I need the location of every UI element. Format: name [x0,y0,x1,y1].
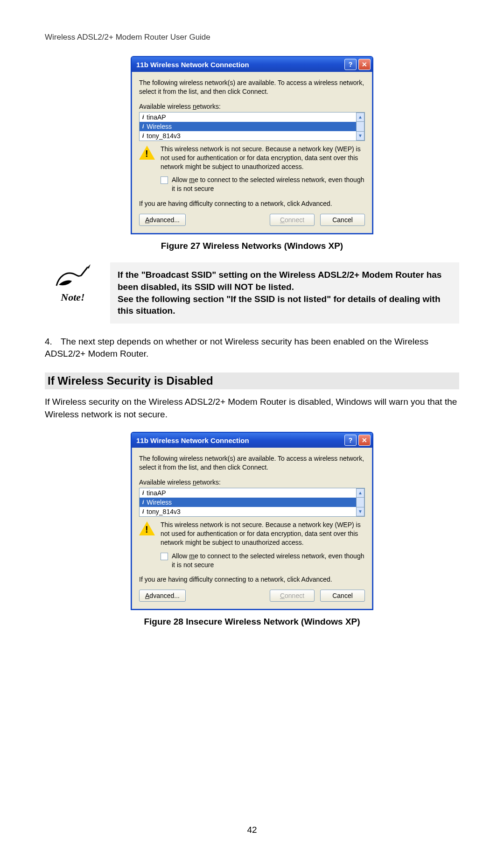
scroll-down-icon[interactable]: ▼ [356,131,364,141]
section-body: If Wireless security on the Wireless ADS… [45,396,459,421]
allow-label: Allow me to connect to the selected wire… [172,552,365,570]
list-item[interactable]: i tinaAP [140,113,356,122]
warning-icon [139,520,155,536]
scroll-up-icon[interactable]: ▲ [356,113,364,122]
list-item-label: tony_814v3 [147,508,180,515]
signal-icon: i [142,490,144,496]
cancel-button[interactable]: Cancel [320,590,365,602]
scroll-down-icon[interactable]: ▼ [356,507,364,516]
allow-label: Allow me to connect to the selected wire… [172,176,365,193]
list-item-label: Wireless [147,499,172,506]
allow-checkbox[interactable] [161,176,168,184]
warning-text: This wireless network is not secure. Bec… [161,520,365,547]
list-item-label: tinaAP [147,489,166,497]
scroll-thumb[interactable] [356,498,364,507]
close-button[interactable]: ✕ [358,59,371,70]
help-button[interactable]: ? [344,59,357,70]
note-block: Note! If the "Broadcast SSID" setting on… [45,262,459,324]
dialog-1: 11b Wireless Network Connection ? ✕ The … [131,56,373,234]
warning-icon [139,145,155,161]
allow-checkbox[interactable] [161,553,168,560]
note-label: Note! [45,291,101,303]
close-button[interactable]: ✕ [358,435,371,446]
figure-28-caption: Figure 28 Insecure Wireless Network (Win… [45,617,459,627]
scroll-thumb[interactable] [356,122,364,131]
note-text: If the "Broadcast SSID" setting on the W… [110,262,459,324]
dialog-intro: The following wireless network(s) are av… [139,78,365,96]
dialog-intro: The following wireless network(s) are av… [139,454,365,472]
signal-icon: i [142,133,144,139]
section-heading: If Wireless Security is Disabled [45,373,459,389]
scrollbar[interactable]: ▲ ▼ [356,488,364,516]
advanced-button[interactable]: Advanced... [139,214,186,226]
difficulty-text: If you are having difficulty connecting … [139,200,365,207]
advanced-button[interactable]: Advanced... [139,590,186,602]
signal-icon: i [142,123,144,130]
connect-button[interactable]: Connect [270,590,315,602]
available-label: Available wireless networks: [139,478,365,486]
figure-27-caption: Figure 27 Wireless Networks (Windows XP) [45,241,459,251]
list-item[interactable]: i Wireless [140,498,356,507]
signal-icon: i [142,499,144,506]
list-item[interactable]: i tony_814v3 [140,131,356,141]
doc-header: Wireless ADSL2/2+ Modem Router User Guid… [45,33,459,42]
dialog-2: 11b Wireless Network Connection ? ✕ The … [131,432,373,610]
scroll-up-icon[interactable]: ▲ [356,488,364,498]
available-label: Available wireless networks: [139,103,365,110]
dialog-title: 11b Wireless Network Connection [136,61,249,69]
titlebar: 11b Wireless Network Connection ? ✕ [132,57,372,72]
list-item-label: tinaAP [147,113,166,121]
step-number: 4. [45,336,61,348]
dialog-title: 11b Wireless Network Connection [136,436,249,444]
signal-icon: i [142,114,144,120]
step-4: 4.The next step depends on whether or no… [45,336,459,360]
network-listbox[interactable]: i tinaAP i Wireless i tony_814v3 [139,112,365,141]
network-listbox[interactable]: i tinaAP i Wireless i tony_814v3 [139,488,365,517]
titlebar: 11b Wireless Network Connection ? ✕ [132,433,372,448]
list-item[interactable]: i tinaAP [140,488,356,498]
help-button[interactable]: ? [344,435,357,446]
scrollbar[interactable]: ▲ ▼ [356,113,364,141]
difficulty-text: If you are having difficulty connecting … [139,576,365,583]
cancel-button[interactable]: Cancel [320,214,365,226]
signal-icon: i [142,508,144,515]
warning-text: This wireless network is not secure. Bec… [161,145,365,171]
list-item[interactable]: i Wireless [140,122,356,131]
list-item-label: tony_814v3 [147,132,180,140]
page-number: 42 [0,825,504,835]
list-item[interactable]: i tony_814v3 [140,507,356,516]
connect-button[interactable]: Connect [270,214,315,226]
hand-writing-icon [54,262,91,288]
list-item-label: Wireless [147,123,172,130]
